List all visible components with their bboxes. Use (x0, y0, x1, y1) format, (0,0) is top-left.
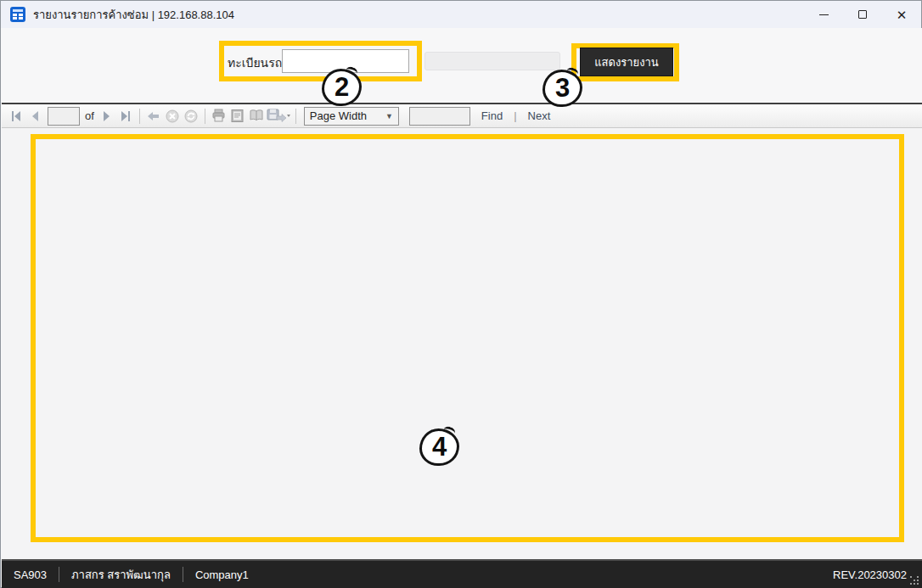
close-icon: ✕ (897, 8, 908, 21)
toolbar-separator (295, 109, 296, 124)
next-page-icon[interactable] (98, 107, 116, 126)
app-icon (10, 7, 25, 22)
previous-page-icon[interactable] (25, 107, 44, 126)
progress-placeholder-bar (424, 52, 560, 70)
report-display-area: 4 (2, 128, 922, 561)
window-title: รายงานรายการค้างซ่อม | 192.168.88.104 (33, 6, 234, 24)
print-layout-icon[interactable] (228, 107, 247, 126)
title-bar: รายงานรายการค้างซ่อม | 192.168.88.104 ✕ (1, 1, 921, 28)
current-page-input[interactable] (48, 107, 80, 126)
revision-label: REV.20230302 (821, 568, 922, 581)
stop-rendering-icon[interactable] (163, 107, 182, 126)
chevron-down-icon: ▼ (385, 112, 393, 120)
program-code: SA903 (2, 568, 59, 581)
show-report-button[interactable]: แสดงรายงาน (580, 48, 673, 76)
user-name: ภาสกร สราพัฒนากุล (59, 566, 183, 584)
find-text-input[interactable] (409, 107, 470, 126)
back-to-parent-icon[interactable] (144, 107, 163, 126)
toolbar-separator (205, 109, 205, 124)
window-controls: ✕ (804, 1, 921, 28)
minimize-button[interactable] (804, 1, 843, 28)
status-bar: SA903 ภาสกร สราพัฒนากุล Company1 REV.202… (2, 561, 922, 588)
resize-grip[interactable] (910, 576, 920, 586)
annotation-step-2: 2 (322, 69, 362, 106)
maximize-icon (858, 10, 867, 19)
toolbar-separator (139, 109, 140, 124)
print-icon[interactable] (210, 107, 228, 126)
close-button[interactable]: ✕ (882, 1, 921, 28)
find-link[interactable]: Find (481, 109, 503, 122)
report-viewer-toolbar: of Page Width ▼ (2, 103, 922, 128)
page-of-label: of (85, 109, 94, 122)
app-window: รายงานรายการค้างซ่อม | 192.168.88.104 ✕ … (0, 0, 922, 588)
search-form-panel: ทะเบียนรถ แสดงรายงาน 2 3 (2, 28, 922, 103)
zoom-mode-value: Page Width (310, 109, 367, 122)
plate-number-label: ทะเบียนรถ (228, 53, 282, 72)
find-next-separator: | (514, 109, 516, 122)
page-setup-icon[interactable] (247, 107, 266, 126)
company-name: Company1 (183, 568, 261, 581)
next-link[interactable]: Next (528, 109, 551, 122)
highlight-box-report-area (31, 134, 904, 542)
last-page-icon[interactable] (116, 107, 135, 126)
annotation-step-3: 3 (543, 70, 582, 107)
zoom-mode-dropdown[interactable]: Page Width ▼ (304, 107, 399, 126)
export-dropdown-icon[interactable] (266, 107, 291, 126)
first-page-icon[interactable] (7, 107, 25, 126)
annotation-step-4: 4 (419, 428, 459, 466)
maximize-button[interactable] (843, 1, 882, 28)
refresh-icon[interactable] (182, 107, 200, 126)
minimize-icon (819, 14, 829, 15)
